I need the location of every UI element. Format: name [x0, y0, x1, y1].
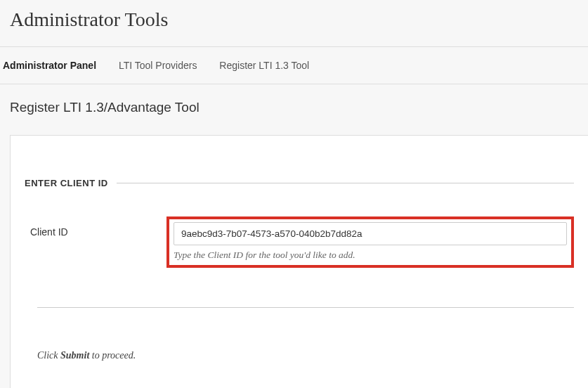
form-divider: [37, 307, 574, 308]
client-id-row: Client ID Type the Client ID for the too…: [25, 216, 574, 268]
form-legend: ENTER CLIENT ID: [25, 178, 574, 188]
instruction-pre: Click: [37, 350, 60, 361]
highlight-box: Type the Client ID for the tool you'd li…: [166, 216, 574, 268]
instruction-post: to proceed.: [89, 350, 136, 361]
client-id-input[interactable]: [174, 222, 567, 245]
breadcrumb-admin-panel[interactable]: Administrator Panel: [3, 60, 96, 71]
instruction-bold: Submit: [60, 350, 89, 361]
breadcrumb-lti-tool-providers[interactable]: LTI Tool Providers: [119, 60, 197, 71]
breadcrumb: Administrator Panel LTI Tool Providers R…: [0, 46, 588, 84]
submit-instruction: Click Submit to proceed.: [25, 350, 574, 361]
legend-text: ENTER CLIENT ID: [25, 178, 117, 188]
breadcrumb-register-lti-tool[interactable]: Register LTI 1.3 Tool: [219, 60, 309, 71]
client-id-label: Client ID: [30, 216, 166, 238]
legend-divider: [117, 183, 574, 183]
page-title: Administrator Tools: [0, 0, 588, 46]
form-panel: ENTER CLIENT ID Client ID Type the Clien…: [10, 135, 588, 388]
client-id-helper: Type the Client ID for the tool you'd li…: [174, 250, 567, 261]
section-title: Register LTI 1.3/Advantage Tool: [0, 84, 588, 135]
